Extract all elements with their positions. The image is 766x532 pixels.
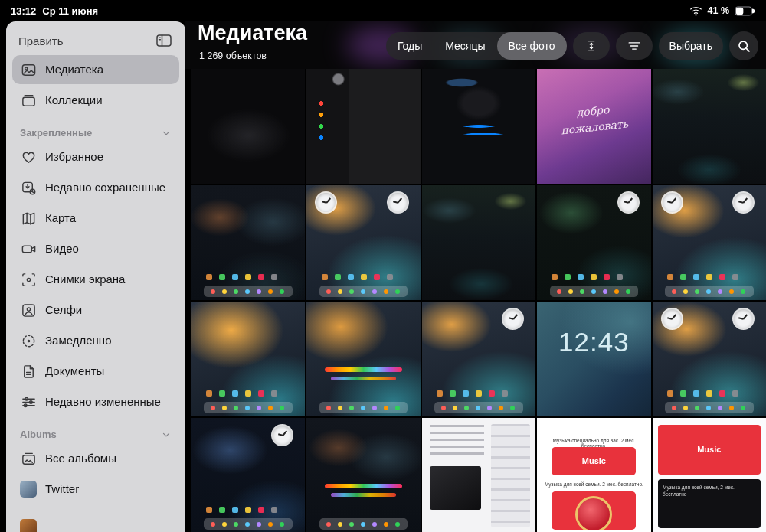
weblines-overlay: [430, 425, 484, 455]
photo-grid: добро пожаловать12:43Музыка специально д…: [192, 69, 766, 532]
section-header-pinned[interactable]: Закрепленные: [12, 116, 179, 142]
segment-years[interactable]: Годы: [386, 32, 434, 60]
sidebar-item-label: Видео: [45, 242, 172, 255]
filter-button[interactable]: [616, 32, 653, 60]
albums-icon: [20, 450, 37, 467]
section-title: Закрепленные: [20, 127, 92, 139]
iconsrow-overlay: [552, 274, 558, 280]
filter-lines-icon: [627, 38, 642, 54]
photo-thumb-screenshot-dark-homescreen[interactable]: [192, 185, 305, 300]
sidebar-item-collections[interactable]: Коллекции: [12, 86, 179, 115]
sidebar-item-recently-edited[interactable]: Недавно измененные: [12, 387, 179, 416]
photo-thumb-screenshot-homescreen-orange[interactable]: [192, 302, 305, 416]
view-segmented-control: ГодыМесяцыВсе фото: [386, 32, 567, 60]
sidebar-item-library[interactable]: Медиатека: [12, 55, 179, 84]
video-icon: [20, 240, 37, 257]
sidebar-item-label: Снимки экрана: [45, 273, 172, 286]
blackcard-overlay: Музыка для всей семьи, 2 мес. бесплатно: [658, 479, 761, 529]
photos-icon: [20, 61, 37, 78]
iconsrow-overlay: [437, 390, 443, 397]
select-button[interactable]: Выбрать: [659, 32, 723, 60]
sidebar-item-documents[interactable]: Документы: [12, 357, 179, 386]
clock-overlay: [663, 193, 682, 212]
photo-thumb-screenshot-apple-music-page[interactable]: Музыка специально для вас. 2 мес. беспла…: [537, 418, 650, 532]
sidebar-item-partial[interactable]: [12, 513, 179, 532]
library-header: Медиатека 1 269 объектов ГодыМесяцыВсе ф…: [185, 21, 766, 69]
sliders-icon: [20, 393, 37, 410]
photo-thumb-screenshot-homescreen-clocks-3[interactable]: [653, 302, 766, 416]
photo-thumb-screenshot-dark-homescreen-rainbow[interactable]: [306, 418, 420, 532]
sidebar-item-recently-saved[interactable]: Недавно сохраненные: [12, 173, 179, 202]
chevron-down-icon: [161, 429, 172, 440]
screenshot-icon: [20, 271, 37, 288]
sidebar-item-video[interactable]: Видео: [12, 234, 179, 263]
sidebar-item-label: Избранное: [45, 150, 172, 163]
wifi-icon: [689, 6, 702, 16]
iconsrow-overlay: [206, 390, 212, 397]
sidebar-item-slomo[interactable]: Замедленно: [12, 326, 179, 355]
sidebar-item-label: Коллекции: [45, 93, 172, 106]
sidebar-item-label: Замедленно: [45, 334, 172, 347]
selfie-icon: [20, 302, 37, 318]
photo-thumb-screenshot-settings-dark[interactable]: [306, 69, 420, 184]
photo-thumb-screenshot-lockscreen-1243[interactable]: 12:43: [537, 302, 650, 416]
sidebar-item-label: Медиатека: [45, 63, 172, 76]
search-icon: [737, 39, 751, 54]
photo-thumb-screenshot-homescreen-clocks-2[interactable]: [653, 185, 766, 300]
dock-overlay: [319, 518, 408, 530]
item-count: 1 269 объектов: [199, 51, 267, 61]
sidebar-toggle-icon[interactable]: [155, 32, 173, 49]
sidebar-item-map[interactable]: Карта: [12, 204, 179, 233]
dock-overlay: [319, 286, 408, 297]
rainbow-overlay: [325, 367, 402, 372]
welcome-overlay: добро пожаловать: [537, 97, 650, 141]
photo-thumb-screenshot-welcome-purple[interactable]: добро пожаловать: [537, 69, 650, 184]
album-cover-thumb: [20, 519, 37, 532]
section-header-albums[interactable]: Albums: [12, 418, 179, 444]
photo-thumb-screenshot-dark-car-page-2[interactable]: [422, 185, 535, 300]
zoom-icon: [584, 38, 599, 54]
slomo-icon: [20, 332, 37, 349]
page-title: Медиатека: [198, 21, 307, 45]
dock-overlay: [665, 402, 754, 413]
sidebar: Править МедиатекаКоллекцииЗакрепленныеИз…: [6, 21, 185, 532]
photo-thumb-screenshot-green-homescreen[interactable]: [537, 185, 650, 300]
photo-thumb-screenshot-dark-dialog[interactable]: [192, 69, 305, 184]
sidebar-item-screenshots[interactable]: Снимки экрана: [12, 265, 179, 294]
photo-thumb-screenshot-homescreen-clock[interactable]: [422, 302, 535, 416]
sidebar-item-twitter[interactable]: Twitter: [12, 475, 179, 504]
dock-overlay: [550, 286, 639, 297]
zoom-button[interactable]: [573, 32, 610, 60]
caption-overlay: Музыка для всей семьи. 2 мес. бесплатно.: [544, 481, 644, 487]
photo-thumb-screenshot-apple-music-cards[interactable]: MusicМузыка для всей семьи, 2 мес. беспл…: [653, 418, 766, 532]
photo-thumb-screenshot-beta-software[interactable]: [422, 69, 535, 184]
segment-months[interactable]: Месяцы: [434, 32, 496, 60]
edit-button[interactable]: Править: [18, 34, 64, 47]
collections-icon: [20, 92, 37, 109]
recently-saved-icon: [20, 179, 37, 196]
dock-overlay: [319, 402, 408, 413]
segment-all-photos[interactable]: Все фото: [497, 32, 567, 60]
sidebar-item-favorites[interactable]: Избранное: [12, 142, 179, 171]
photo-thumb-screenshot-blue-homescreen[interactable]: [192, 418, 305, 532]
chevron-down-icon: [161, 128, 172, 139]
dock-overlay: [434, 402, 523, 413]
sidebar-item-label: Документы: [45, 364, 172, 377]
photo-thumb-screenshot-homescreen-rainbow-slider[interactable]: [306, 302, 420, 416]
iconsrow-overlay: [667, 274, 673, 280]
clock-overlay: [663, 309, 682, 328]
photo-thumb-screenshot-webpage-product[interactable]: [422, 418, 535, 532]
search-button[interactable]: [729, 31, 758, 60]
clock-overlay: [273, 426, 292, 445]
iconsrow-overlay: [667, 390, 673, 397]
clock-overlay: [503, 309, 522, 328]
webdark-overlay: [430, 466, 481, 510]
clock-overlay: [316, 193, 336, 212]
heart-icon: [20, 149, 37, 165]
redbottom-overlay: [552, 491, 636, 530]
photo-thumb-screenshot-dark-car-page[interactable]: [653, 69, 766, 184]
photo-thumb-screenshot-homescreen-clocks[interactable]: [306, 185, 420, 300]
sidebar-item-selfies[interactable]: Селфи: [12, 295, 179, 325]
redfull-overlay: Music: [658, 425, 761, 475]
sidebar-item-all-albums[interactable]: Все альбомы: [12, 444, 179, 473]
